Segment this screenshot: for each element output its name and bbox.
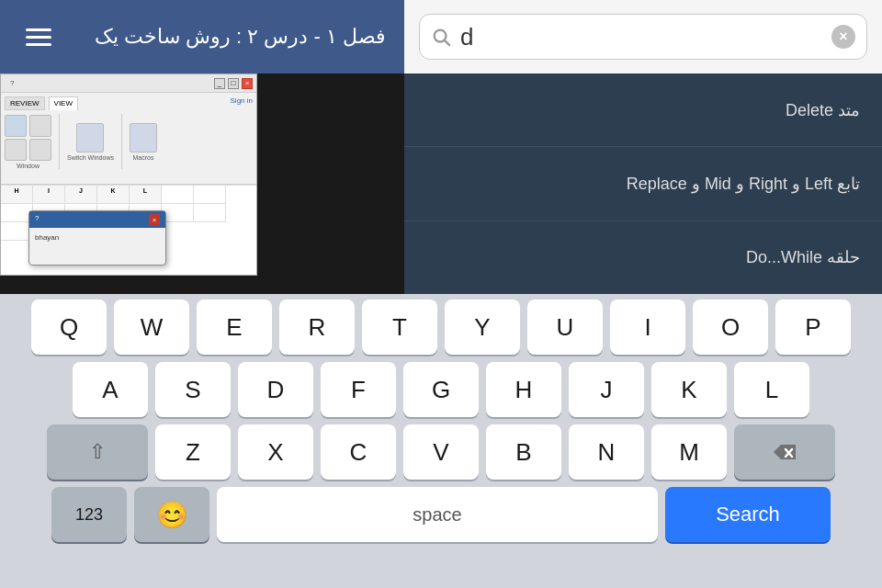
top-section: فصل ۱ - درس ۲ : روش ساخت یک × <box>0 0 882 74</box>
menu-line-1 <box>26 28 51 31</box>
ribbon-icons <box>5 115 51 137</box>
key-z[interactable]: Z <box>155 424 231 480</box>
emoji-button[interactable]: 😊 <box>134 487 209 542</box>
shift-icon: ⇧ <box>89 440 106 464</box>
key-g[interactable]: G <box>403 362 479 417</box>
keyboard-rows: Q W E R T Y U I O P A S D F G H J K L ⇧ <box>0 294 882 548</box>
minimize-button[interactable]: _ <box>214 78 225 89</box>
dialog-body: bhayan <box>29 228 165 247</box>
key-row-3: ⇧ Z X C V B N M <box>0 424 882 480</box>
key-x[interactable]: X <box>238 424 313 480</box>
emoji-icon: 😊 <box>156 500 188 530</box>
search-button[interactable]: Search <box>665 487 831 542</box>
switch-label: Switch Windows <box>67 154 114 161</box>
key-y[interactable]: Y <box>445 300 520 355</box>
dialog-name: bhayan <box>35 233 59 242</box>
icon-box-3 <box>5 139 27 161</box>
key-u[interactable]: U <box>527 300 603 355</box>
tab-review[interactable]: REVIEW <box>5 96 45 110</box>
maximize-button[interactable]: □ <box>228 78 239 89</box>
key-r[interactable]: R <box>279 300 355 355</box>
excel-ribbon: REVIEW VIEW Sign in <box>1 93 256 185</box>
key-j[interactable]: J <box>569 362 644 417</box>
svg-line-1 <box>445 40 449 45</box>
divider <box>59 114 60 169</box>
close-button[interactable]: × <box>242 78 253 89</box>
result-text-2: تابع Left و Right و Mid و Replace <box>627 174 860 194</box>
dialog-close-button[interactable]: × <box>149 214 160 225</box>
icon-box-4 <box>29 139 51 161</box>
ribbon-content: Window Switch Windows Macros <box>5 114 253 169</box>
key-n[interactable]: N <box>569 424 644 480</box>
cell-empty-8 <box>162 204 194 222</box>
clear-button[interactable]: × <box>831 25 855 49</box>
result-text-1: متد Delete <box>786 100 860 120</box>
key-d[interactable]: D <box>238 362 313 417</box>
key-e[interactable]: E <box>197 300 272 355</box>
key-b[interactable]: B <box>486 424 561 480</box>
search-results: متد Delete تابع Left و Right و Mid و Rep… <box>404 74 882 294</box>
header-right: × <box>404 0 882 74</box>
macros-label: Macros <box>132 154 153 161</box>
ribbon-group-macros: Macros <box>130 123 157 161</box>
key-f[interactable]: F <box>321 362 396 417</box>
result-item-2[interactable]: تابع Left و Right و Mid و Replace <box>404 147 882 220</box>
col-k: K <box>97 186 130 204</box>
cell-empty-2 <box>194 186 226 204</box>
key-v[interactable]: V <box>403 424 479 480</box>
key-q[interactable]: Q <box>31 300 107 355</box>
content-left: ? _ □ × REVIEW VIEW Sign in <box>0 74 404 294</box>
menu-button[interactable] <box>18 21 59 53</box>
result-text-3: حلقه Do...While <box>746 247 860 267</box>
search-bar: × <box>419 14 867 60</box>
key-c[interactable]: C <box>321 424 396 480</box>
key-m[interactable]: M <box>651 424 727 480</box>
ribbon-icons-2 <box>5 139 51 161</box>
key-p[interactable]: P <box>775 300 851 355</box>
backspace-icon <box>770 441 799 463</box>
icon-box-1 <box>5 115 27 137</box>
macros-icon <box>130 123 157 153</box>
key-w[interactable]: W <box>114 300 189 355</box>
result-item-1[interactable]: متد Delete <box>404 74 882 147</box>
backspace-button[interactable] <box>734 424 835 480</box>
col-h: H <box>1 186 33 204</box>
header-title: فصل ۱ - درس ۲ : روش ساخت یک <box>95 25 386 49</box>
sign-in-link[interactable]: Sign in <box>231 96 253 110</box>
key-i[interactable]: I <box>610 300 685 355</box>
menu-line-3 <box>26 43 51 46</box>
dialog-title: ? × <box>29 211 165 228</box>
ribbon-tabs: REVIEW VIEW Sign in <box>5 96 253 110</box>
search-icon <box>431 27 451 47</box>
keyboard: Q W E R T Y U I O P A S D F G H J K L ⇧ <box>0 294 882 588</box>
col-l: L <box>130 186 162 204</box>
key-a[interactable]: A <box>73 362 148 417</box>
divider-2 <box>121 114 122 169</box>
header-left: فصل ۱ - درس ۲ : روش ساخت یک <box>0 0 404 74</box>
col-i: I <box>33 186 65 204</box>
numbers-button[interactable]: 123 <box>51 487 127 542</box>
dialog-box: ? × bhayan <box>28 210 166 266</box>
key-row-4: 123 😊 space Search <box>0 487 882 542</box>
result-item-3[interactable]: حلقه Do...While <box>404 221 882 294</box>
key-o[interactable]: O <box>693 300 768 355</box>
key-row-2: A S D F G H J K L <box>0 362 882 417</box>
cell-empty-9 <box>194 204 226 222</box>
search-input[interactable] <box>460 23 822 51</box>
menu-line-2 <box>26 36 51 39</box>
key-t[interactable]: T <box>362 300 437 355</box>
key-h[interactable]: H <box>486 362 561 417</box>
key-s[interactable]: S <box>155 362 231 417</box>
col-j: J <box>65 186 97 204</box>
icon-box-2 <box>29 115 51 137</box>
excel-body: H I J K L <box>1 185 256 275</box>
ribbon-group-window: Window <box>5 115 51 169</box>
excel-window: ? _ □ × REVIEW VIEW Sign in <box>0 74 257 276</box>
key-k[interactable]: K <box>651 362 727 417</box>
shift-button[interactable]: ⇧ <box>47 424 148 480</box>
key-l[interactable]: L <box>734 362 809 417</box>
screenshot: ? _ □ × REVIEW VIEW Sign in <box>0 74 404 294</box>
space-button[interactable]: space <box>217 487 658 542</box>
tab-view[interactable]: VIEW <box>49 96 78 110</box>
ribbon-group-switch: Switch Windows <box>67 123 114 161</box>
